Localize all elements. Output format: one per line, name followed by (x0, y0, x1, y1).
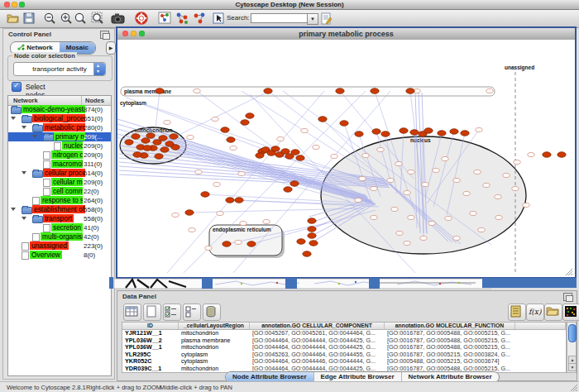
node-selected[interactable] (185, 210, 194, 216)
table-row[interactable]: YPL036W__1mitochondrion[GO:0044464, GO:0… (122, 344, 566, 351)
expander-icon[interactable] (22, 171, 26, 174)
node-unselected[interactable] (408, 170, 414, 174)
network-canvas[interactable]: plasma membranecytoplasmmitochondrionnuc… (117, 40, 575, 277)
tree-row[interactable]: mosaic-demo-yeast874(0) (8, 105, 111, 114)
node-selected[interactable] (308, 227, 316, 232)
node-unselected[interactable] (277, 137, 284, 141)
node-unselected[interactable] (313, 146, 319, 150)
tree-row[interactable]: response to stimulu264(0) (8, 196, 111, 205)
table-scrollbar[interactable]: ▲ ▼ (567, 322, 577, 373)
node-selected[interactable] (303, 251, 311, 257)
node-selected[interactable] (438, 131, 446, 136)
network-view-titlebar[interactable]: primary metabolic process (117, 28, 575, 41)
dropdown-stepper-icon[interactable] (93, 63, 105, 75)
node-selected[interactable] (424, 128, 433, 134)
save-session-icon[interactable] (22, 12, 36, 26)
new-attribute-icon[interactable] (143, 304, 161, 321)
node-unselected[interactable] (217, 212, 223, 216)
node-unselected[interactable] (189, 228, 195, 232)
unselect-attributes-icon[interactable] (183, 304, 201, 321)
node-unselected[interactable] (483, 184, 490, 188)
minimize-view-icon[interactable] (131, 31, 136, 36)
node-unselected[interactable] (512, 187, 519, 191)
node-selected[interactable] (246, 113, 254, 119)
node-selected[interactable] (410, 130, 419, 136)
node-selected[interactable] (296, 155, 304, 161)
node-unselected[interactable] (235, 241, 242, 245)
configure-search-icon[interactable] (319, 12, 333, 26)
column-header[interactable]: _cellularLayoutRegion (179, 323, 250, 329)
zoom-view-icon[interactable] (139, 31, 145, 36)
node-unselected[interactable] (213, 183, 220, 187)
node-selected[interactable] (159, 136, 167, 141)
node-selected[interactable] (557, 152, 566, 158)
select-attributes-icon[interactable] (163, 304, 181, 321)
expander-icon[interactable] (22, 126, 26, 129)
float-data-panel-icon[interactable] (563, 293, 572, 301)
node-unselected[interactable] (263, 220, 270, 224)
node-selected[interactable] (226, 198, 234, 203)
tree-row[interactable]: secretion41(0) (8, 223, 111, 232)
annotation-build-icon[interactable] (193, 12, 207, 26)
node-unselected[interactable] (164, 121, 170, 125)
node-unselected[interactable] (463, 192, 470, 196)
column-header[interactable]: ID (122, 323, 179, 329)
node-unselected[interactable] (172, 213, 179, 218)
node-selected[interactable] (146, 133, 155, 139)
table-row[interactable]: YJR121W__1mitochondrion[GO:0045267, GO:0… (122, 330, 566, 337)
node-unselected[interactable] (478, 228, 485, 232)
tab-overflow-icon[interactable]: ▶ (106, 41, 116, 55)
node-selected[interactable] (133, 152, 141, 158)
node-unselected[interactable] (453, 237, 460, 241)
formula-builder-icon[interactable]: f(x) (526, 304, 544, 321)
node-selected[interactable] (227, 137, 235, 143)
node-selected[interactable] (201, 192, 209, 198)
tree-row[interactable]: Overview8(0) (8, 251, 111, 260)
node-selected[interactable] (297, 239, 305, 245)
import-file-icon[interactable] (544, 304, 562, 321)
tree-row[interactable]: primary metabo209(... (8, 132, 111, 141)
scrollbar-thumb[interactable] (568, 324, 577, 342)
annotation-import-icon[interactable] (175, 12, 189, 26)
attribute-table-icon[interactable] (123, 304, 141, 321)
node-selected[interactable] (291, 150, 299, 155)
node-selected[interactable] (160, 147, 169, 153)
tree-row[interactable]: macromolecule311(0) (8, 160, 111, 169)
node-selected[interactable] (171, 145, 179, 151)
node-unselected[interactable] (396, 232, 403, 236)
node-unselected[interactable] (474, 170, 481, 174)
node-selected[interactable] (381, 131, 390, 137)
node-selected[interactable] (308, 218, 316, 224)
search-input[interactable] (251, 13, 310, 23)
node-selected[interactable] (247, 241, 256, 247)
expander-icon[interactable] (22, 217, 26, 220)
expander-icon[interactable] (11, 208, 16, 211)
node-selected[interactable] (143, 146, 151, 151)
node-selected[interactable] (221, 127, 229, 133)
node-selected[interactable] (264, 88, 272, 94)
node-unselected[interactable] (301, 129, 308, 133)
tree-row[interactable]: nitrogen compo209(0) (8, 151, 111, 160)
delete-attribute-icon[interactable] (203, 304, 221, 321)
tree-row[interactable]: cellular metabo209(0) (8, 178, 111, 187)
node-unselected[interactable] (433, 169, 439, 173)
node-unselected[interactable] (428, 222, 435, 226)
node-selected[interactable] (318, 117, 327, 122)
heatmap-icon[interactable] (562, 304, 579, 321)
node-unselected[interactable] (404, 191, 410, 195)
close-window-icon[interactable] (4, 2, 10, 7)
expander-icon[interactable] (11, 117, 16, 120)
node-selected[interactable] (125, 140, 133, 146)
zoom-in-icon[interactable] (60, 12, 74, 26)
node-color-dropdown[interactable]: transporter activity (13, 62, 106, 76)
node-unselected[interactable] (362, 154, 369, 158)
node-unselected[interactable] (442, 157, 448, 161)
node-unselected[interactable] (238, 172, 245, 176)
node-unselected[interactable] (194, 89, 200, 93)
search-dropdown-icon[interactable]: ▼ (307, 13, 318, 25)
node-selected[interactable] (155, 154, 163, 160)
create-network-icon[interactable] (158, 12, 172, 26)
node-selected[interactable] (340, 121, 348, 127)
node-selected[interactable] (308, 233, 316, 239)
help-icon[interactable] (135, 12, 149, 26)
